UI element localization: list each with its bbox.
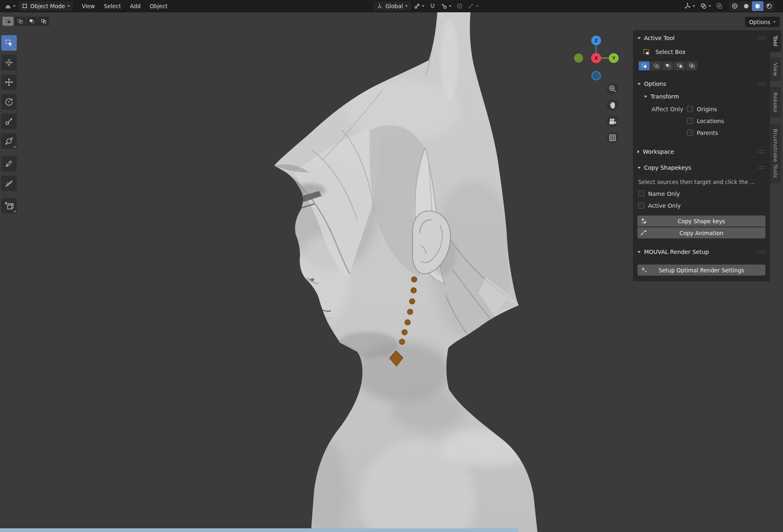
select-mode-row <box>633 59 770 76</box>
navigation-gizmo[interactable]: Z Y X <box>573 35 619 81</box>
active-tool-name: Select Box <box>655 49 686 55</box>
toggle-perspective-button[interactable] <box>607 132 618 144</box>
select-set-icon <box>642 63 647 68</box>
panel-active-tool: Active Tool Select Box <box>633 30 770 76</box>
panel-select-mode-subtract[interactable] <box>662 61 673 70</box>
menu-view[interactable]: View <box>77 0 99 12</box>
menu-select[interactable]: Select <box>99 0 126 12</box>
panel-grip-icon[interactable] <box>758 36 765 40</box>
mouval-header[interactable]: MOUVAL Render Setup <box>633 244 770 260</box>
toggle-xray-button[interactable] <box>714 1 725 11</box>
tool-scale[interactable] <box>1 114 17 129</box>
panel-select-mode-invert[interactable] <box>674 61 685 70</box>
editor-type-icon <box>4 2 11 9</box>
panel-grip-icon[interactable] <box>758 250 765 254</box>
orientation-label: Global <box>385 3 403 9</box>
origins-checkbox[interactable] <box>687 106 693 112</box>
panel-grip-icon[interactable] <box>758 166 765 169</box>
viewport-options-dropdown[interactable]: Options <box>745 17 780 27</box>
active-only-label: Active Only <box>648 202 681 209</box>
pan-hand-button[interactable] <box>607 99 618 111</box>
copy-shape-keys-button[interactable]: Copy Shape keys <box>637 215 765 227</box>
tool-select-box[interactable] <box>1 35 17 51</box>
snap-toggle-button[interactable] <box>427 1 438 11</box>
proportional-editing-toggle[interactable] <box>454 1 465 11</box>
viewport-controls <box>607 83 618 144</box>
panel-select-mode-set[interactable] <box>639 61 650 70</box>
tab-tool[interactable]: Tool <box>770 30 781 52</box>
menu-bar: View Select Add Object <box>77 0 172 12</box>
panel-select-mode-intersect[interactable] <box>686 61 697 70</box>
zoom-button[interactable] <box>607 83 618 94</box>
options-header[interactable]: Options <box>633 76 770 92</box>
tab-view[interactable]: View <box>770 58 781 81</box>
chevron-down-icon <box>637 251 641 253</box>
tool-transform[interactable] <box>1 133 17 149</box>
transform-subheader[interactable]: Transform <box>633 92 770 103</box>
viewport-shading-wireframe-button[interactable] <box>729 1 740 11</box>
tool-move[interactable] <box>1 74 17 90</box>
select-mode-intersect-button[interactable] <box>38 17 49 26</box>
origins-label: Origins <box>697 106 717 112</box>
affect-only-label: Affect Only <box>637 106 683 112</box>
workspace-header[interactable]: Workspace <box>633 144 770 159</box>
grid-perspective-icon <box>608 133 617 142</box>
editor-type-button[interactable] <box>2 1 18 11</box>
tool-rotate[interactable] <box>1 94 17 110</box>
setup-optimal-render-settings-button[interactable]: Setup Optimal Render Settings <box>637 265 765 276</box>
tool-annotate[interactable] <box>1 156 17 171</box>
tool-add-cube[interactable] <box>1 198 17 213</box>
parents-label: Parents <box>697 130 718 136</box>
gizmo-z-label: Z <box>595 38 598 43</box>
shading-rendered-icon <box>766 3 772 9</box>
select-subtract-icon <box>665 63 671 68</box>
viewport-shading-material-button[interactable] <box>752 1 763 11</box>
chevron-down-icon <box>405 5 408 7</box>
sidebar-tabs: Tool View Rokoko Brushstroke Tools <box>770 30 783 184</box>
locations-checkbox[interactable] <box>687 118 693 124</box>
select-mode-set-button[interactable] <box>2 17 13 26</box>
tool-measure[interactable] <box>1 175 17 191</box>
tab-rokoko[interactable]: Rokoko <box>770 87 781 118</box>
proportional-falloff-dropdown[interactable] <box>466 1 480 11</box>
camera-view-button[interactable] <box>607 116 618 127</box>
gizmo-axis-neg-z-ball[interactable] <box>592 72 601 80</box>
header-right-group <box>682 1 775 11</box>
panel-select-mode-extend[interactable] <box>651 61 662 70</box>
parents-checkbox[interactable] <box>687 130 693 136</box>
viewport-shading-rendered-button[interactable] <box>763 1 775 11</box>
select-mode-subtract-button[interactable] <box>26 17 37 26</box>
chevron-down-icon <box>644 96 647 98</box>
show-gizmos-dropdown[interactable] <box>682 1 697 11</box>
name-only-checkbox[interactable] <box>638 191 644 197</box>
active-only-checkbox[interactable] <box>638 202 644 209</box>
select-mode-extend-button[interactable] <box>14 17 25 26</box>
menu-object[interactable]: Object <box>145 0 172 12</box>
copy-shape-keys-label: Copy Shape keys <box>678 218 725 224</box>
animation-curve-icon <box>640 229 648 236</box>
viewport-shading-solid-button[interactable] <box>740 1 752 11</box>
show-overlays-dropdown[interactable] <box>698 1 713 11</box>
tab-brushstroke-tools[interactable]: Brushstroke Tools <box>770 123 781 183</box>
chevron-down-icon <box>637 83 641 85</box>
panel-grip-icon[interactable] <box>758 82 765 85</box>
options-title: Options <box>644 81 666 87</box>
pivot-point-dropdown[interactable] <box>412 1 426 11</box>
active-tool-header[interactable]: Active Tool <box>633 30 770 46</box>
proportional-editing-icon <box>456 3 463 9</box>
transform-orientation-dropdown[interactable]: Global <box>373 1 411 11</box>
select-extend-icon <box>17 19 23 24</box>
copy-animation-button[interactable]: Copy Animation <box>637 227 765 238</box>
gizmo-axis-neg-y-ball[interactable] <box>574 54 583 63</box>
menu-add[interactable]: Add <box>126 0 145 12</box>
object-mode-dropdown[interactable]: Object Mode <box>18 1 73 11</box>
workspace-title: Workspace <box>643 148 674 155</box>
navigation-gizmo-axes: Z Y X <box>573 35 619 81</box>
chevron-down-icon <box>422 5 424 7</box>
tool-cursor[interactable] <box>1 55 17 70</box>
panel-grip-icon[interactable] <box>758 150 765 153</box>
snap-settings-dropdown[interactable] <box>439 1 453 11</box>
copy-shapekeys-header[interactable]: Copy Shapekeys <box>633 160 770 175</box>
viewport-3d[interactable]: Options <box>0 12 783 532</box>
locations-label: Locations <box>697 118 724 124</box>
